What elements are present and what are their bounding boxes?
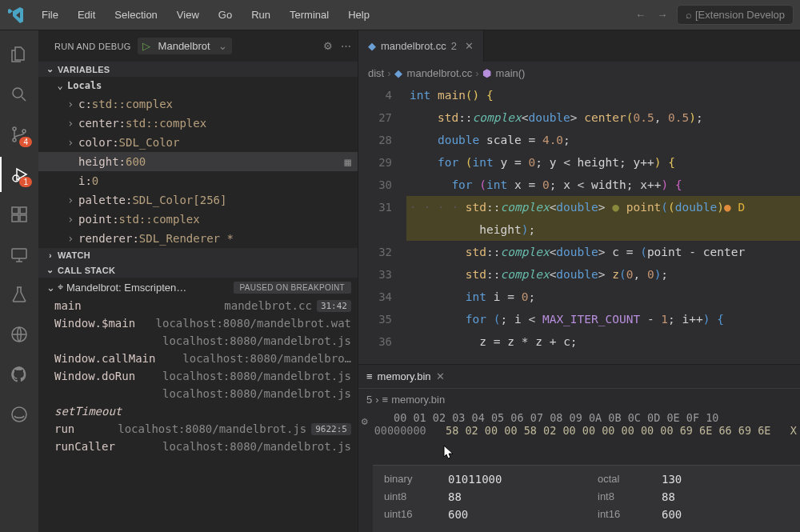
activity-explorer[interactable]	[0, 37, 38, 72]
activity-testing[interactable]	[0, 277, 38, 312]
activity-search[interactable]	[0, 77, 38, 112]
nav-forward-icon[interactable]: →	[657, 9, 667, 21]
stack-frame[interactable]: runCallerlocalhost:8080/mandelbrot.js	[38, 438, 358, 455]
cpp-file-icon: ◆	[368, 40, 376, 52]
thread-name: Mandelbrot: Emscripten…	[66, 282, 186, 294]
activity-github[interactable]	[0, 357, 38, 392]
hex-addr: 00000000	[374, 424, 426, 437]
frame-source: localhost:8080/mandelbrot.js	[118, 422, 306, 435]
stack-frame[interactable]: Window.doRunlocalhost:8080/mandelbrot.js	[38, 367, 358, 385]
menu-help[interactable]: Help	[340, 6, 378, 24]
callstack-section-header[interactable]: ⌄ CALL STACK	[38, 262, 358, 278]
inspect-value: 600	[448, 508, 468, 521]
svg-point-3	[22, 130, 26, 133]
variable-row[interactable]: i: 0	[38, 171, 358, 190]
stack-frame[interactable]: setTimeout	[38, 402, 358, 420]
bc-symbol[interactable]: main()	[496, 67, 526, 79]
more-icon[interactable]: ⋯	[341, 40, 351, 52]
menu-run[interactable]: Run	[243, 6, 278, 24]
close-icon[interactable]: ✕	[436, 370, 445, 382]
variable-row[interactable]: ›renderer: SDL_Renderer *	[38, 229, 358, 248]
svg-point-4	[13, 175, 19, 182]
var-name: c:	[78, 98, 92, 110]
variable-row[interactable]: ›center: std::complex	[38, 114, 358, 133]
menu-go[interactable]: Go	[210, 6, 240, 24]
debug-config-selector[interactable]: ▷ Mandelbrot ⌄	[138, 38, 232, 54]
svg-point-11	[12, 407, 26, 422]
bc-dist[interactable]: dist	[368, 67, 384, 79]
panel-tab-memory[interactable]: ≡ memory.bin ✕	[366, 370, 445, 382]
line-number: 29	[358, 151, 392, 174]
stack-frame[interactable]: Window.$mainlocalhost:8080/mandelbrot.wa…	[38, 314, 358, 332]
callstack-thread[interactable]: ⌄ ⌖ Mandelbrot: Emscripten… PAUSED ON BR…	[38, 278, 358, 297]
menu-terminal[interactable]: Terminal	[282, 6, 337, 24]
memory-view-icon[interactable]: ▦	[345, 155, 351, 168]
line-number: 33	[358, 263, 392, 286]
chevron-right-icon: ›	[67, 194, 75, 206]
variable-row[interactable]: height: 600▦	[38, 152, 358, 171]
gear-icon[interactable]: ⚙	[362, 414, 368, 427]
github-icon	[10, 365, 29, 384]
inspect-value: 01011000	[448, 473, 502, 486]
variable-row[interactable]: ›color: SDL_Color	[38, 133, 358, 152]
breadcrumbs[interactable]: dist › ◆ mandelbrot.cc › ⬢ main()	[358, 62, 800, 84]
svg-rect-9	[12, 249, 26, 258]
stack-frame[interactable]: localhost:8080/mandelbrot.js	[38, 385, 358, 402]
bc-file[interactable]: mandelbrot.cc	[407, 67, 473, 79]
nav-back-icon[interactable]: ←	[635, 9, 646, 21]
activity-debug[interactable]: 1	[0, 157, 38, 192]
line-number: 34	[358, 286, 392, 308]
panel-tabs: ≡ memory.bin ✕	[358, 365, 800, 389]
tab-mandelbrot[interactable]: ◆ mandelbrot.cc 2 ✕	[358, 30, 484, 62]
config-name: Mandelbrot	[154, 40, 215, 52]
variable-row[interactable]: ›palette: SDL_Color[256]	[38, 190, 358, 210]
play-icon[interactable]: ▷	[142, 40, 150, 52]
editor-tabs: ◆ mandelbrot.cc 2 ✕	[358, 30, 800, 62]
stack-frame[interactable]: mainmandelbrot.cc31:42	[38, 297, 358, 314]
activity-remote[interactable]	[0, 237, 38, 272]
watch-section-header[interactable]: › WATCH	[38, 248, 358, 262]
remote-icon	[10, 245, 29, 264]
flask-icon	[10, 285, 29, 304]
variable-row[interactable]: ›c: std::complex	[38, 94, 358, 114]
line-number: 27	[358, 106, 392, 129]
menu-file[interactable]: File	[34, 6, 66, 24]
chevron-down-icon: ⌄	[54, 80, 66, 91]
callstack-label: CALL STACK	[58, 266, 115, 275]
activity-extensions[interactable]	[0, 197, 38, 232]
locals-header[interactable]: ⌄ Locals	[38, 77, 358, 94]
menu-edit[interactable]: Edit	[70, 6, 103, 24]
menu-view[interactable]: View	[169, 6, 207, 24]
frame-position: 9622:5	[311, 423, 351, 435]
chevron-right-icon: ›	[67, 98, 75, 110]
sidebar-header: RUN AND DEBUG ▷ Mandelbrot ⌄ ⚙ ⋯	[38, 30, 358, 62]
activity-item-9[interactable]	[0, 397, 38, 432]
var-value: SDL_Color	[119, 136, 180, 149]
globe-icon	[10, 325, 29, 344]
inspect-int8: int888	[598, 488, 789, 506]
activity-item-7[interactable]	[0, 317, 38, 352]
svg-rect-8	[20, 207, 26, 214]
menu-selection[interactable]: Selection	[106, 6, 165, 24]
variable-row[interactable]: ›point: std::complex	[38, 210, 358, 229]
frame-function: main	[54, 299, 90, 312]
stack-frame[interactable]: localhost:8080/mandelbrot.js	[38, 332, 358, 350]
debug-badge: 1	[19, 177, 32, 187]
stack-frame[interactable]: runlocalhost:8080/mandelbrot.js9622:5	[38, 420, 358, 438]
chevron-down-icon[interactable]: ⌄	[218, 40, 227, 52]
search-placeholder: [Extension Develop	[695, 9, 785, 21]
command-search[interactable]: ⌕ [Extension Develop	[677, 5, 794, 25]
panel-breadcrumbs[interactable]: 5 › ≡ memory.bin	[358, 389, 800, 410]
frame-source: localhost:8080/mandelbrot.js	[162, 370, 351, 382]
line-number: 36	[358, 330, 392, 353]
menubar: File Edit Selection View Go Run Terminal…	[34, 6, 378, 24]
activity-scm[interactable]: 4	[0, 117, 38, 152]
stack-frame[interactable]: Window.callMainlocalhost:8080/mandelbro…	[38, 350, 358, 367]
gear-icon[interactable]: ⚙	[323, 40, 333, 52]
inspect-value: 88	[448, 490, 462, 503]
hex-row[interactable]: 00000000 58 02 00 00 58 02 00 00 00 00 0…	[374, 424, 797, 437]
close-icon[interactable]: ✕	[465, 40, 474, 52]
variables-section-header[interactable]: ⌄ VARIABLES	[38, 62, 358, 77]
chevron-down-icon: ⌄	[45, 282, 56, 294]
debug-sidebar: RUN AND DEBUG ▷ Mandelbrot ⌄ ⚙ ⋯ ⌄ VARIA…	[38, 30, 358, 532]
